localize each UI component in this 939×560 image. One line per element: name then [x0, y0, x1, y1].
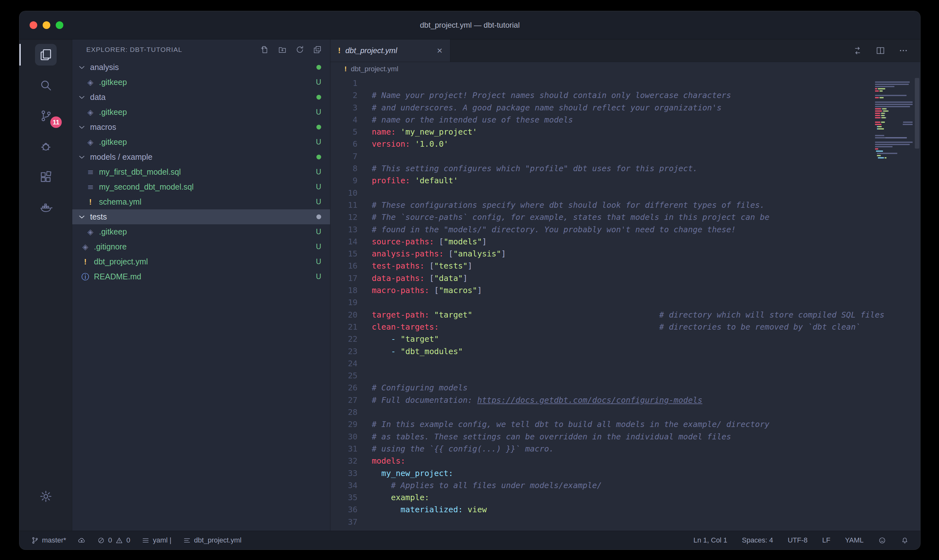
close-window-button[interactable] [29, 21, 37, 29]
code-line: 31# using the `{{ config(...) }}` macro. [330, 443, 920, 455]
file-readme-md[interactable]: ⓘREADME.mdU [72, 269, 330, 284]
chevron-down-icon [77, 93, 86, 102]
warn-file-icon: ! [80, 257, 90, 266]
folder-data[interactable]: data [72, 90, 330, 105]
file-label: .gitkeep [99, 108, 127, 117]
source-control-activity-button[interactable]: 11 [19, 100, 72, 131]
code-line: 25 [330, 370, 920, 382]
new-folder-icon[interactable] [278, 45, 287, 54]
code-line: 29# In this example config, we tell dbt … [330, 418, 920, 431]
code-line: 30# as tables. These settings can be ove… [330, 431, 920, 443]
yaml-warning-file-icon: ! [338, 46, 340, 55]
file-label: my_first_dbt_model.sql [99, 168, 181, 177]
code-lines: 12# Name your project! Project names sho… [330, 77, 920, 528]
title-bar[interactable]: dbt_project.yml — dbt-tutorial [19, 11, 920, 40]
debug-icon [39, 140, 52, 153]
eol-status[interactable]: LF [822, 536, 830, 545]
new-file-icon[interactable] [260, 45, 269, 54]
git-modified-dot [316, 155, 321, 159]
folder-analysis[interactable]: analysis [72, 60, 330, 75]
breadcrumb[interactable]: ! dbt_project.yml [330, 62, 920, 76]
code-line: 16test-paths: ["tests"] [330, 260, 920, 272]
minimize-window-button[interactable] [43, 21, 50, 29]
code-editor[interactable]: 12# Name your project! Project names sho… [330, 76, 920, 531]
git-status-untracked: U [316, 243, 321, 251]
docker-activity-button[interactable] [19, 192, 72, 223]
git-status-untracked: U [316, 272, 321, 281]
code-line: 34 # Applies to all files under models/e… [330, 480, 920, 492]
publish-changes-button[interactable] [78, 537, 86, 545]
file-my-second-dbt-model-sql[interactable]: ≡my_second_dbt_model.sqlU [72, 180, 330, 194]
file-schema-yml[interactable]: !schema.ymlU [72, 194, 330, 209]
run-debug-activity-button[interactable] [19, 131, 72, 162]
notifications-button[interactable] [901, 537, 909, 545]
yaml-file-status[interactable]: dbt_project.yml [183, 536, 242, 545]
folder-tests[interactable]: tests [72, 209, 330, 224]
code-line: 18macro-paths: ["macros"] [330, 285, 920, 297]
branch-name: master* [42, 536, 66, 545]
code-line: 2# Name your project! Project names shou… [330, 89, 920, 102]
file--gitkeep[interactable]: ◈.gitkeepU [72, 75, 330, 90]
git-status-untracked: U [316, 183, 321, 191]
sql-file-icon: ≡ [86, 183, 95, 192]
more-actions-icon[interactable] [899, 46, 908, 55]
list-icon [183, 537, 191, 545]
cursor-position-status[interactable]: Ln 1, Col 1 [693, 536, 727, 545]
indentation-status[interactable]: Spaces: 4 [742, 536, 773, 545]
activity-bar: 11 [19, 40, 72, 531]
folder-models-example[interactable]: models / example [72, 149, 330, 165]
git-status-untracked: U [316, 257, 321, 266]
scrollbar-thumb[interactable] [915, 78, 919, 149]
tab-bar: ! dbt_project.yml × [330, 40, 920, 62]
extensions-activity-button[interactable] [19, 162, 72, 192]
zoom-window-button[interactable] [56, 21, 63, 29]
file--gitkeep[interactable]: ◈.gitkeepU [72, 224, 330, 239]
breadcrumb-item[interactable]: dbt_project.yml [351, 65, 398, 73]
refresh-icon[interactable] [296, 45, 304, 54]
problems-status[interactable]: 0 0 [97, 536, 131, 545]
folder-label: macros [90, 123, 116, 132]
git-status-untracked: U [316, 228, 321, 236]
close-tab-icon[interactable]: × [437, 45, 442, 56]
git-status-untracked: U [316, 198, 321, 206]
file-dbt-project-yml[interactable]: !dbt_project.ymlU [72, 254, 330, 269]
error-icon [97, 537, 105, 545]
yaml-schema-status[interactable]: yaml | [142, 536, 171, 545]
file--gitkeep[interactable]: ◈.gitkeepU [72, 105, 330, 120]
open-changes-icon[interactable] [853, 46, 862, 55]
file-my-first-dbt-model-sql[interactable]: ≡my_first_dbt_model.sqlU [72, 165, 330, 180]
language-mode-status[interactable]: YAML [845, 536, 864, 545]
tab-dbt-project-yml[interactable]: ! dbt_project.yml × [330, 40, 450, 62]
file--gitignore[interactable]: ◈.gitignoreU [72, 239, 330, 254]
file--gitkeep[interactable]: ◈.gitkeepU [72, 135, 330, 149]
git-modified-dot [316, 214, 321, 219]
explorer-activity-button[interactable] [19, 40, 72, 70]
feedback-button[interactable] [878, 537, 886, 545]
info-file-icon: ⓘ [80, 272, 90, 282]
warn-file-icon: ! [86, 198, 95, 206]
window-controls [29, 21, 63, 29]
code-line: 3# and underscores. A good package name … [330, 102, 920, 114]
git-branch-status[interactable]: master* [31, 536, 66, 545]
warning-icon [115, 537, 123, 545]
status-bar: master* 0 0 yaml | dbt_project.yml Ln 1,… [19, 531, 920, 549]
explorer-header: EXPLORER: DBT-TUTORIAL [72, 40, 330, 60]
code-line: 7 [330, 151, 920, 163]
search-activity-button[interactable] [19, 70, 72, 100]
editor-scrollbar[interactable] [914, 76, 920, 531]
error-count: 0 [108, 536, 112, 545]
minimap[interactable] [875, 78, 913, 161]
split-editor-icon[interactable] [876, 46, 885, 55]
code-line: 36 materialized: view [330, 504, 920, 516]
encoding-status[interactable]: UTF-8 [788, 536, 808, 545]
code-line: 28 [330, 406, 920, 418]
docker-whale-icon [39, 201, 52, 214]
git-modified-dot [316, 95, 321, 100]
folder-macros[interactable]: macros [72, 120, 330, 135]
code-line: 10 [330, 187, 920, 199]
collapse-all-icon[interactable] [313, 45, 322, 54]
code-line: 4# name or the intended use of these mod… [330, 114, 920, 126]
code-line: 9profile: 'default' [330, 175, 920, 187]
manage-button[interactable] [19, 481, 72, 512]
file-label: .gitignore [94, 242, 127, 251]
